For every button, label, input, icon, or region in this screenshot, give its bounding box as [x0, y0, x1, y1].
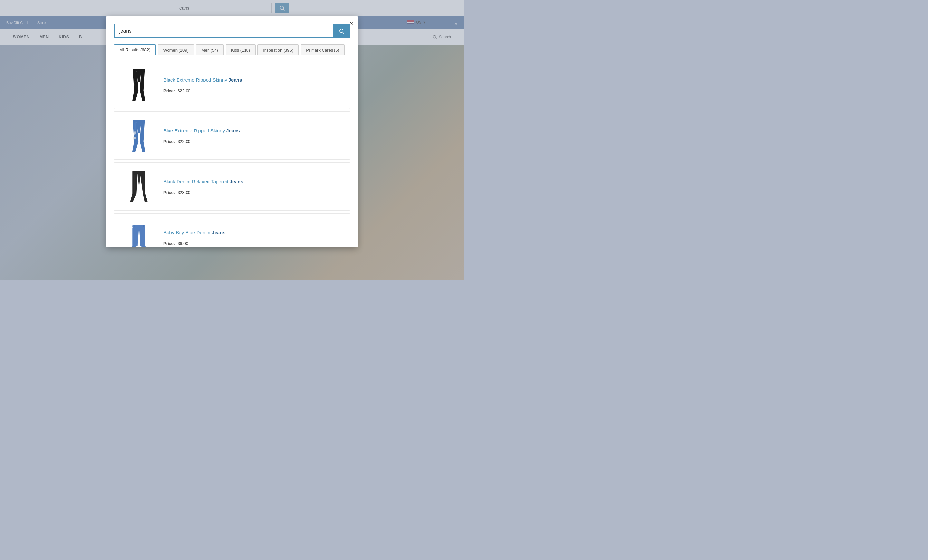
- svg-rect-18: [134, 175, 135, 193]
- result-price-row-1: Price: $22.00: [163, 88, 345, 93]
- price-value-4: $6.00: [177, 241, 188, 246]
- price-label-1: Price:: [163, 88, 175, 93]
- modal-search-input[interactable]: [114, 24, 333, 38]
- modal-search-icon: [339, 28, 345, 34]
- svg-point-20: [134, 225, 135, 226]
- tab-all-results[interactable]: All Results (682): [114, 44, 156, 55]
- svg-rect-17: [133, 171, 145, 174]
- search-tabs: All Results (682) Women (109) Men (54) K…: [114, 44, 350, 55]
- svg-rect-6: [133, 69, 145, 71]
- product-image-2: [129, 119, 148, 152]
- svg-rect-16: [134, 122, 136, 140]
- result-info-3: Black Denim Relaxed Tapered Jeans Price:…: [163, 178, 350, 195]
- tab-women[interactable]: Women (109): [157, 44, 194, 55]
- tab-inspiration[interactable]: Inspiration (396): [258, 44, 299, 55]
- result-item-3[interactable]: Black Denim Relaxed Tapered Jeans Price:…: [114, 162, 350, 211]
- tab-primark-cares[interactable]: Primark Cares (5): [301, 44, 345, 55]
- result-item-4[interactable]: Baby Boy Blue Denim Jeans Price: $6.00: [114, 213, 350, 247]
- price-label-2: Price:: [163, 139, 175, 144]
- svg-line-5: [342, 32, 344, 33]
- result-item-2[interactable]: Blue Extreme Ripped Skinny Jeans Price: …: [114, 111, 350, 160]
- result-image-3: [119, 167, 158, 206]
- price-label-4: Price:: [163, 241, 175, 246]
- product-image-3: [129, 171, 148, 203]
- result-info-4: Baby Boy Blue Denim Jeans Price: $6.00: [163, 229, 350, 246]
- svg-rect-11: [133, 119, 145, 122]
- result-title-3: Black Denim Relaxed Tapered Jeans: [163, 178, 345, 185]
- price-value-3: $23.00: [177, 190, 191, 195]
- result-image-2: [119, 116, 158, 155]
- tab-kids[interactable]: Kids (118): [226, 44, 255, 55]
- tab-men[interactable]: Men (54): [196, 44, 224, 55]
- result-image-4: [119, 218, 158, 247]
- result-price-row-3: Price: $23.00: [163, 190, 345, 195]
- modal-search-button[interactable]: [333, 24, 350, 38]
- search-results-list: Black Extreme Ripped Skinny Jeans Price:…: [106, 61, 358, 247]
- result-image-1: [119, 66, 158, 104]
- product-image-4: [129, 221, 148, 247]
- search-modal: × All Results (682) Women (109) Men (54)…: [106, 16, 358, 247]
- modal-close-button[interactable]: ×: [349, 20, 353, 26]
- result-price-row-4: Price: $6.00: [163, 241, 345, 246]
- result-title-4: Baby Boy Blue Denim Jeans: [163, 229, 345, 236]
- result-title-1: Black Extreme Ripped Skinny Jeans: [163, 76, 345, 83]
- price-label-3: Price:: [163, 190, 175, 195]
- modal-search-row: [114, 24, 350, 38]
- product-image-1: [129, 69, 148, 101]
- result-info-2: Blue Extreme Ripped Skinny Jeans Price: …: [163, 127, 350, 144]
- svg-point-4: [340, 29, 343, 32]
- result-item-1[interactable]: Black Extreme Ripped Skinny Jeans Price:…: [114, 61, 350, 109]
- result-info-1: Black Extreme Ripped Skinny Jeans Price:…: [163, 76, 350, 93]
- result-title-2: Blue Extreme Ripped Skinny Jeans: [163, 127, 345, 134]
- price-value-2: $22.00: [177, 139, 191, 144]
- result-price-row-2: Price: $22.00: [163, 139, 345, 144]
- svg-point-21: [143, 225, 144, 226]
- price-value-1: $22.00: [177, 88, 191, 93]
